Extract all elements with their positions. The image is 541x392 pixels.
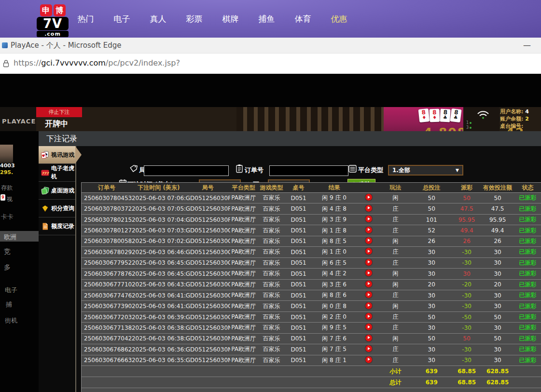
cell-game-type: 百家乐 bbox=[257, 356, 286, 365]
cell-valid-bet: 50 bbox=[481, 195, 514, 202]
menu-item-hot[interactable]: 热门 bbox=[68, 14, 104, 25]
grand-total-payout: 68.85 bbox=[453, 379, 481, 386]
cell-bet-play: 庄 bbox=[380, 248, 410, 256]
cell-result: 闲 7 庄 5 bbox=[311, 345, 357, 353]
url-text[interactable]: https://gci.7vvvvvv.com/pc/pcv2/index.js… bbox=[14, 58, 180, 68]
mini-card-icon: 9 bbox=[0, 194, 5, 201]
cell-bet-play: 庄 bbox=[380, 259, 410, 267]
menu-item-live[interactable]: 真人 bbox=[140, 14, 176, 25]
play-icon[interactable] bbox=[365, 324, 372, 330]
menu-item-sports[interactable]: 体育 bbox=[285, 14, 321, 25]
menu-item-cards[interactable]: 棋牌 bbox=[212, 14, 249, 25]
svg-text:♥: ♥ bbox=[42, 153, 45, 158]
sidebar-item-quota-records[interactable]: 额度记录 bbox=[39, 217, 75, 235]
cell-payout: -30 bbox=[453, 249, 481, 256]
cell-payout: 50 bbox=[453, 195, 481, 202]
play-icon[interactable] bbox=[365, 227, 372, 233]
play-icon[interactable] bbox=[365, 345, 372, 352]
subtotal-bet-play: 小计 bbox=[380, 367, 410, 376]
cell-payout: 95.95 bbox=[453, 216, 481, 223]
cell-total-bet: 30 bbox=[410, 303, 453, 310]
play-icon[interactable] bbox=[365, 291, 372, 298]
cell-order-number: 250603067771029 bbox=[82, 281, 132, 288]
cell-replay bbox=[357, 216, 380, 224]
order-id-input[interactable] bbox=[269, 165, 348, 176]
minimize-button[interactable]: — bbox=[523, 41, 531, 50]
table-row: 2506030677390702025-06-03 06:41:02GD0512… bbox=[82, 301, 541, 311]
cell-order-number: 250603067704228 bbox=[82, 335, 132, 342]
slot-777-icon: 777 bbox=[41, 169, 49, 177]
card-8-diamond: 8♦ bbox=[430, 109, 440, 122]
cell-bet-play: 庄 bbox=[380, 356, 410, 365]
play-icon[interactable] bbox=[365, 237, 372, 244]
cell-valid-bet: 30 bbox=[481, 357, 514, 364]
play-icon[interactable] bbox=[365, 216, 372, 222]
play-icon[interactable] bbox=[365, 270, 372, 276]
cell-game-type: 百家乐 bbox=[257, 345, 286, 353]
cell-order-number: 250603067787636 bbox=[82, 270, 132, 277]
menu-item-lottery[interactable]: 彩票 bbox=[176, 14, 212, 25]
sidebar-item-video-games[interactable]: ♠ ♥ 视讯游戏 bbox=[39, 146, 75, 164]
cell-bet-time: 2025-06-03 06:43:45 bbox=[132, 281, 186, 288]
cell-payout: 49.4 bbox=[453, 227, 481, 234]
cell-table-number: D051 bbox=[286, 314, 311, 321]
cell-order-number: 250603078005826 bbox=[82, 238, 132, 244]
cell-platform-type: PA欧洲厅 bbox=[230, 291, 257, 299]
cell-total-bet: 101 bbox=[410, 216, 453, 223]
sidebar-item-points[interactable]: 积分查询 bbox=[39, 200, 75, 217]
sidebar-item-label: 电子老虎机 bbox=[51, 164, 75, 181]
cell-table-number: D051 bbox=[286, 346, 311, 353]
play-icon[interactable] bbox=[365, 259, 372, 266]
cell-order-number: 250603067720332 bbox=[82, 314, 132, 321]
cell-payout: -50 bbox=[453, 314, 481, 321]
cell-payout: -30 bbox=[453, 292, 481, 299]
round-id-input[interactable] bbox=[144, 165, 229, 176]
cell-round-id: GD051256030NZ bbox=[186, 324, 230, 331]
grand-total-row: 总计63968.85628.85 bbox=[82, 377, 541, 388]
subtotal-total-bet: 639 bbox=[410, 368, 453, 375]
logo-badge-shen: 申 bbox=[40, 4, 52, 16]
sidebar-item-slots[interactable]: 777 电子老虎机 bbox=[39, 164, 75, 182]
screen: 申 博 7V .com 热门 电子 真人 彩票 棋牌 捕鱼 体育 优惠 Play… bbox=[0, 0, 541, 392]
cell-result: 闲 8 庄 6 bbox=[311, 291, 357, 299]
sidebar-item-table-games[interactable]: 桌面游戏 bbox=[39, 182, 75, 200]
play-icon[interactable] bbox=[365, 335, 372, 341]
table-row: 2506030678029532025-06-03 06:46:27GD0512… bbox=[82, 247, 541, 257]
cell-table-number: D051 bbox=[286, 303, 311, 310]
cell-result: 闲 6 庄 5 bbox=[311, 259, 357, 267]
cell-payout: -30 bbox=[453, 259, 481, 266]
grand-total-valid-bet: 628.85 bbox=[481, 379, 514, 386]
play-icon[interactable] bbox=[365, 356, 372, 363]
dealt-cards: 8♦ 8♦ 8♣ 8♣ bbox=[419, 109, 461, 122]
play-icon[interactable] bbox=[365, 248, 372, 255]
cell-platform-type: PA欧洲厅 bbox=[230, 205, 257, 213]
bg-fragment: 电子 bbox=[5, 286, 17, 295]
cell-bet-time: 2025-06-03 07:06:07 bbox=[132, 195, 186, 202]
browser-urlbar[interactable]: https://gci.7vvvvvv.com/pc/pcv2/index.js… bbox=[0, 54, 541, 74]
cell-result: 闲 3 庄 9 bbox=[311, 216, 357, 224]
menu-item-promo[interactable]: 优惠 bbox=[321, 14, 357, 25]
play-icon[interactable] bbox=[365, 281, 372, 287]
table-row: 2506030780058262025-06-03 07:02:55GD0512… bbox=[82, 236, 541, 247]
play-icon[interactable] bbox=[365, 313, 372, 320]
play-icon[interactable] bbox=[365, 194, 372, 201]
cell-replay bbox=[357, 259, 380, 267]
site-logo[interactable]: 申 博 7V .com bbox=[37, 4, 69, 37]
cell-order-number: 250603067747676 bbox=[82, 292, 132, 299]
cell-game-type: 百家乐 bbox=[257, 270, 286, 278]
table-body: 2506030780453162025-06-03 07:06:07GD0512… bbox=[82, 193, 541, 388]
column-header-round-id: 局号 bbox=[186, 184, 230, 192]
platform-type-select[interactable]: 1.全部 ▼ bbox=[388, 165, 463, 176]
cell-table-number: D051 bbox=[286, 249, 311, 256]
menu-item-fishing[interactable]: 捕鱼 bbox=[249, 14, 285, 25]
play-icon[interactable] bbox=[365, 302, 372, 309]
play-icon[interactable] bbox=[365, 205, 372, 212]
table-row: 2506030677710292025-06-03 06:43:45GD0512… bbox=[82, 280, 541, 290]
column-header-game-type: 游戏类型 bbox=[257, 184, 286, 192]
cell-status: 已派彩 bbox=[514, 205, 541, 213]
cell-total-bet: 30 bbox=[410, 292, 453, 299]
menu-item-slots[interactable]: 电子 bbox=[104, 14, 140, 25]
cell-order-number: 250603078012787 bbox=[82, 227, 132, 234]
cell-table-number: D051 bbox=[286, 292, 311, 299]
cell-order-number: 250603067802953 bbox=[82, 249, 132, 256]
